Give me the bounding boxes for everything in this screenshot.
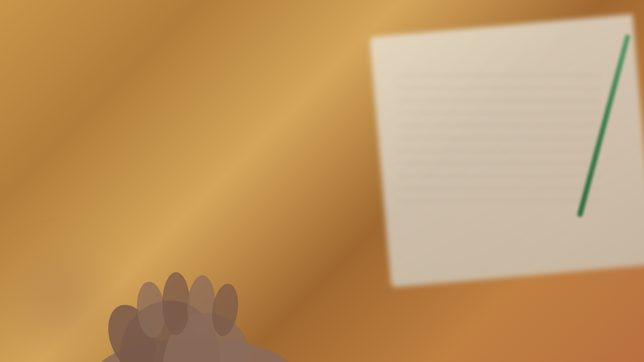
hand-svg — [69, 212, 346, 362]
phone-device: 17:27 🔔 📋 — [107, 11, 308, 351]
notebook-lines — [386, 57, 625, 258]
svg-point-16 — [162, 272, 190, 335]
